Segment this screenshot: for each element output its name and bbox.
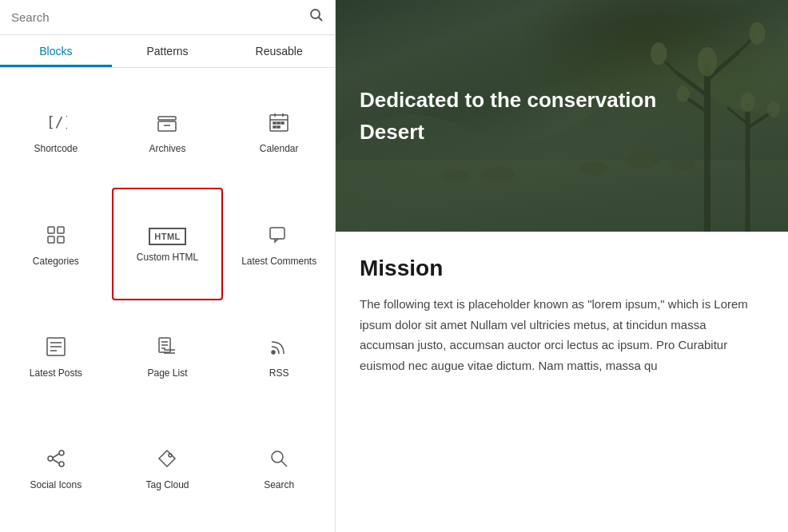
svg-point-59	[444, 170, 469, 183]
block-label-social-icons: Social Icons	[30, 479, 82, 492]
left-panel: Blocks Patterns Reusable [/] Shortcode A…	[0, 0, 336, 532]
search-submit-button[interactable]	[309, 8, 324, 26]
hero-image: Dedicated to the conservation Desert	[336, 0, 788, 232]
block-label-latest-comments: Latest Comments	[241, 256, 316, 268]
svg-rect-19	[270, 228, 285, 239]
block-item-shortcode[interactable]: [/] Shortcode	[0, 76, 112, 188]
svg-line-43	[707, 51, 739, 79]
calendar-icon	[268, 111, 290, 137]
svg-rect-10	[273, 122, 276, 124]
block-item-page-list[interactable]: Page List	[112, 300, 224, 412]
mission-heading: Mission	[360, 256, 764, 281]
svg-point-33	[59, 462, 64, 466]
svg-point-55	[627, 152, 659, 168]
svg-rect-3	[158, 117, 176, 120]
block-item-rss[interactable]: RSS	[223, 300, 335, 412]
svg-rect-12	[281, 122, 284, 124]
search-icon	[309, 8, 324, 22]
svg-line-35	[53, 459, 59, 463]
block-label-rss: RSS	[269, 367, 289, 380]
blocks-grid: [/] Shortcode Archives	[0, 68, 335, 532]
svg-point-48	[749, 22, 765, 45]
right-panel: Dedicated to the conservation Desert Mis…	[336, 0, 788, 532]
tabs-row: Blocks Patterns Reusable	[0, 35, 335, 68]
svg-point-47	[651, 42, 667, 65]
svg-rect-4	[158, 121, 176, 131]
block-item-archives[interactable]: Archives	[112, 76, 224, 188]
svg-point-46	[698, 47, 717, 76]
block-item-latest-comments[interactable]: Latest Comments	[223, 188, 335, 300]
svg-rect-11	[277, 122, 280, 124]
block-label-tag-cloud: Tag Cloud	[145, 479, 189, 492]
tab-blocks[interactable]: Blocks	[0, 35, 112, 67]
svg-point-54	[767, 101, 780, 117]
svg-rect-39	[336, 161, 788, 232]
tab-patterns[interactable]: Patterns	[112, 35, 224, 67]
svg-point-58	[480, 167, 515, 183]
tab-reusable[interactable]: Reusable	[223, 35, 335, 67]
latest-posts-icon	[45, 335, 67, 361]
block-item-tag-cloud[interactable]: Tag Cloud	[112, 412, 224, 524]
svg-point-56	[671, 158, 694, 171]
block-label-categories: Categories	[33, 256, 79, 268]
block-item-social-icons[interactable]: Social Icons	[0, 412, 112, 524]
block-item-calendar[interactable]: Calendar	[223, 76, 335, 188]
block-label-search: Search	[264, 479, 294, 492]
block-item-categories[interactable]: Categories	[0, 188, 112, 300]
svg-point-36	[169, 454, 172, 457]
page-list-icon	[156, 335, 178, 361]
svg-point-57	[579, 161, 608, 176]
shortcode-icon: [/]	[45, 111, 67, 137]
block-label-custom-html: Custom HTML	[137, 252, 198, 264]
svg-point-31	[59, 451, 64, 455]
rss-icon	[268, 335, 290, 361]
block-label-latest-posts: Latest Posts	[30, 367, 82, 380]
block-label-calendar: Calendar	[260, 143, 299, 156]
content-area: Mission The following text is placeholde…	[336, 232, 788, 399]
search-block-icon	[268, 447, 290, 473]
search-bar	[0, 0, 335, 35]
hero-decoration	[336, 0, 788, 232]
svg-text:[/]: [/]	[46, 113, 67, 130]
svg-rect-17	[48, 236, 54, 243]
social-icons-icon	[45, 447, 67, 473]
custom-html-icon: HTML	[149, 228, 186, 245]
svg-line-34	[53, 454, 59, 458]
svg-rect-15	[48, 227, 54, 233]
svg-rect-13	[273, 126, 276, 128]
hero-subtitle: Desert	[360, 120, 764, 145]
block-label-archives: Archives	[149, 143, 185, 156]
svg-rect-14	[277, 126, 280, 128]
tag-cloud-icon	[156, 447, 178, 473]
block-label-shortcode: Shortcode	[34, 143, 78, 156]
svg-point-0	[311, 10, 320, 18]
svg-line-38	[281, 461, 287, 466]
svg-line-42	[659, 55, 675, 71]
hero-title: Dedicated to the conservation	[360, 87, 759, 114]
archives-icon	[156, 111, 178, 137]
svg-point-30	[272, 351, 275, 354]
latest-comments-icon	[268, 224, 290, 249]
categories-icon	[45, 224, 67, 249]
svg-rect-18	[58, 236, 64, 243]
svg-line-1	[319, 18, 323, 22]
block-label-page-list: Page List	[147, 367, 187, 380]
svg-point-37	[272, 451, 283, 463]
svg-point-32	[48, 456, 53, 461]
mission-body: The following text is placeholder known …	[360, 294, 764, 375]
search-input[interactable]	[11, 10, 309, 24]
block-item-search[interactable]: Search	[223, 412, 335, 524]
block-item-latest-posts[interactable]: Latest Posts	[0, 300, 112, 412]
svg-line-44	[739, 35, 755, 51]
svg-rect-16	[58, 227, 64, 233]
block-item-custom-html[interactable]: HTML Custom HTML	[112, 188, 224, 300]
